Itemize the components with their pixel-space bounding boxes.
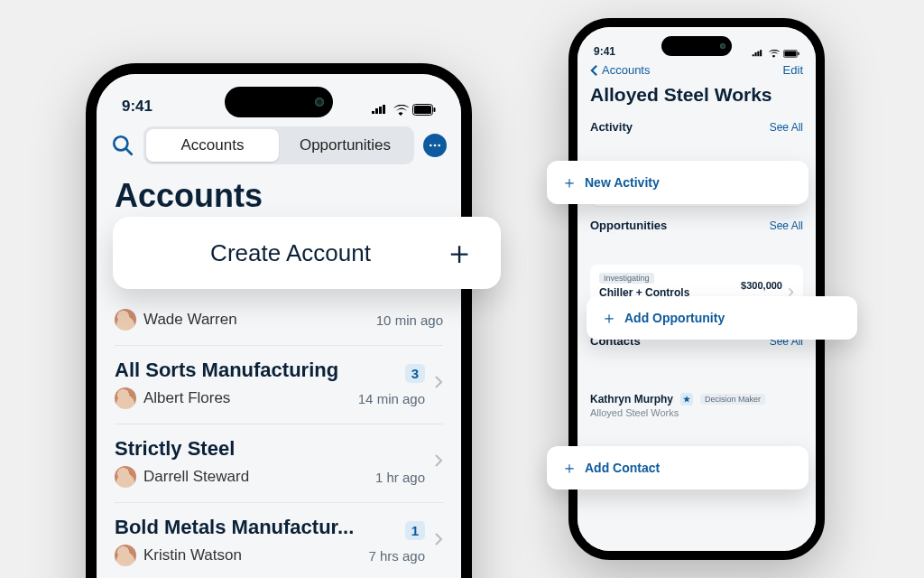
avatar: [115, 387, 136, 409]
account-name: Bold Metals Manufactur...: [115, 516, 354, 539]
count-badge: 3: [405, 364, 425, 383]
new-activity-button[interactable]: ＋ New Activity: [547, 161, 808, 204]
chevron-right-icon: [434, 375, 443, 393]
account-person: Albert Flores: [143, 389, 230, 407]
svg-point-6: [438, 144, 440, 147]
avatar: [115, 545, 136, 566]
tab-accounts[interactable]: Accounts: [146, 129, 279, 162]
account-time: 1 hr ago: [375, 470, 425, 485]
account-row[interactable]: Wade Warren 10 min ago: [115, 303, 443, 346]
add-opportunity-button[interactable]: ＋ Add Opportunity: [587, 296, 857, 340]
notch: [661, 36, 732, 56]
account-row[interactable]: Strictly Steel Darrell Steward 1 hr ago: [115, 424, 443, 503]
section-title-activity: Activity: [590, 120, 633, 134]
see-all-activity[interactable]: See All: [770, 121, 803, 134]
add-contact-label: Add Contact: [585, 461, 660, 475]
account-time: 7 hrs ago: [368, 548, 425, 564]
new-activity-label: New Activity: [585, 175, 660, 190]
opportunity-stage-tag: Investigating: [599, 273, 654, 284]
svg-point-5: [434, 144, 437, 147]
plus-icon: ＋: [561, 457, 578, 479]
contact-item[interactable]: Kathryn Murphy ★ Decision Maker Alloyed …: [578, 391, 816, 420]
add-contact-button[interactable]: ＋ Add Contact: [547, 446, 808, 489]
avatar: [115, 466, 136, 488]
contact-role-tag: Decision Maker: [700, 394, 765, 405]
section-title-opportunities: Opportunities: [590, 219, 667, 232]
plus-icon: ＋: [601, 307, 617, 329]
svg-rect-9: [798, 52, 799, 55]
create-account-button[interactable]: Create Account ＋: [113, 217, 501, 289]
create-account-label: Create Account: [138, 239, 443, 267]
back-label: Accounts: [602, 63, 650, 77]
account-time: 14 min ago: [358, 391, 425, 406]
svg-rect-2: [434, 107, 436, 112]
chevron-right-icon: [434, 453, 443, 471]
svg-rect-1: [414, 106, 431, 114]
detail-title: Alloyed Steel Works: [578, 80, 816, 113]
account-person: Darrell Steward: [143, 468, 249, 486]
status-icons: [371, 104, 436, 116]
account-row[interactable]: All Sorts Manufacturing 3 Albert Flores …: [115, 346, 443, 424]
count-badge: 1: [405, 521, 425, 540]
plus-icon: ＋: [443, 237, 476, 269]
star-icon: ★: [680, 393, 693, 406]
search-icon[interactable]: [111, 134, 134, 157]
notch: [225, 87, 333, 117]
contact-name: Kathryn Murphy: [590, 393, 673, 406]
contact-company: Alloyed Steel Works: [590, 407, 803, 418]
add-opportunity-label: Add Opportunity: [624, 311, 725, 325]
chevron-right-icon: [434, 532, 443, 550]
status-time: 9:41: [122, 98, 152, 116]
phone-accounts: 9:41 Accounts Opportunities Accounts: [86, 63, 472, 578]
edit-button[interactable]: Edit: [783, 63, 803, 77]
opportunity-amount: $300,000: [741, 280, 782, 291]
plus-icon: ＋: [561, 172, 578, 193]
account-name: Strictly Steel: [115, 437, 425, 461]
svg-rect-8: [784, 51, 796, 56]
avatar: [115, 309, 136, 331]
account-row[interactable]: Bold Metals Manufactur... 1 Kristin Wats…: [115, 503, 443, 578]
account-name: All Sorts Manufacturing: [115, 359, 338, 382]
account-time: 10 min ago: [376, 312, 443, 328]
more-button[interactable]: [423, 134, 447, 157]
account-person: Kristin Watson: [143, 546, 242, 564]
see-all-opportunities[interactable]: See All: [770, 219, 803, 232]
back-button[interactable]: Accounts: [590, 63, 650, 77]
status-icons: [752, 50, 799, 58]
account-person: Wade Warren: [143, 311, 237, 329]
account-list: Wade Warren 10 min ago All Sorts Manufac…: [97, 303, 461, 578]
status-time: 9:41: [594, 45, 615, 58]
segmented-control: Accounts Opportunities: [143, 126, 414, 164]
svg-point-4: [430, 144, 432, 147]
tab-opportunities[interactable]: Opportunities: [279, 129, 411, 162]
